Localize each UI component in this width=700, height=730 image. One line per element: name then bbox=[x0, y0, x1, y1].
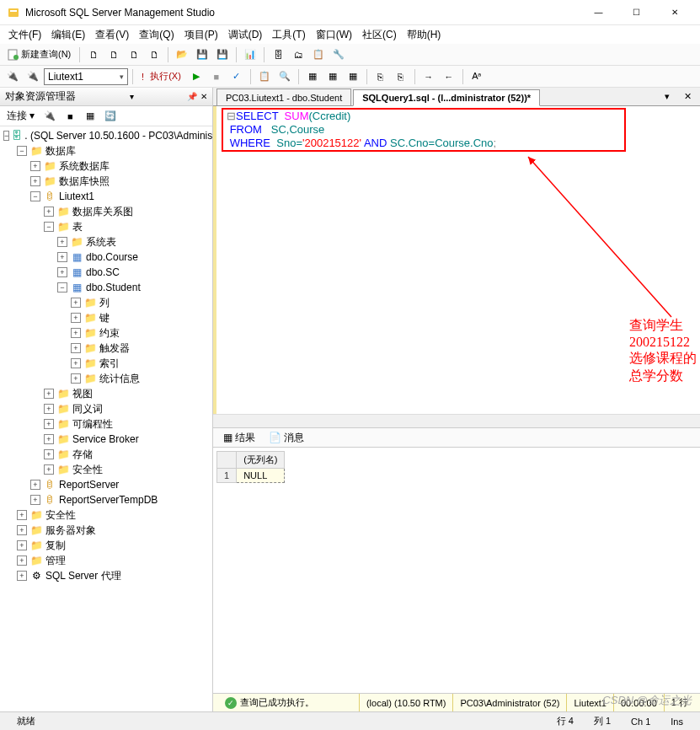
btn-db1[interactable]: 🗋 bbox=[84, 46, 103, 64]
tree-idx[interactable]: +📁索引 bbox=[0, 356, 212, 371]
tree-repl[interactable]: +📁复制 bbox=[0, 538, 212, 553]
results-grid[interactable]: (无列名) 1NULL bbox=[213, 448, 700, 693]
tab-sqlquery[interactable]: SQLQuery1.sql - (l...dministrator (52))* bbox=[353, 89, 540, 106]
tree-cols[interactable]: +📁列 bbox=[0, 295, 212, 310]
template-button[interactable]: 📋 bbox=[309, 46, 328, 64]
parse-button[interactable]: ✓ bbox=[227, 67, 246, 86]
tree-systables[interactable]: +📁系统表 bbox=[0, 234, 212, 250]
change-connection-button[interactable]: 🔌 bbox=[24, 67, 42, 86]
execute-button[interactable]: ! 执行(X) bbox=[137, 67, 185, 86]
object-explorer-button[interactable]: 🗂 bbox=[289, 46, 307, 64]
tree-prog[interactable]: +📁可编程性 bbox=[0, 416, 212, 432]
tree-label: 约束 bbox=[99, 326, 120, 341]
menu-help[interactable]: 帮助(H) bbox=[402, 26, 446, 44]
activity-button[interactable]: 📊 bbox=[241, 46, 259, 64]
object-tree[interactable]: −🗄. (SQL Server 10.50.1600 - PC03\Admini… bbox=[0, 126, 212, 711]
btn-db4[interactable]: 🗋 bbox=[145, 46, 163, 64]
tree-sc[interactable]: +▦dbo.SC bbox=[0, 265, 212, 280]
tree-dbsnap[interactable]: +📁数据库快照 bbox=[0, 174, 212, 189]
menu-window[interactable]: 窗口(W) bbox=[311, 26, 357, 44]
btn-db3[interactable]: 🗋 bbox=[125, 46, 143, 64]
tree-mgmt[interactable]: +📁管理 bbox=[0, 553, 212, 568]
intellisense-button[interactable]: 🔍 bbox=[275, 67, 294, 86]
tab-student[interactable]: PC03.Liutext1 - dbo.Student bbox=[216, 89, 351, 105]
btn-db2[interactable]: 🗋 bbox=[104, 46, 123, 64]
tree-syn[interactable]: +📁同义词 bbox=[0, 401, 212, 416]
tree-student[interactable]: −▦dbo.Student bbox=[0, 280, 212, 295]
filter-button[interactable]: ▦ bbox=[82, 108, 99, 125]
separator bbox=[462, 69, 463, 84]
saveall-button[interactable]: 💾 bbox=[213, 46, 232, 64]
autohide-button[interactable]: ▾ bbox=[130, 92, 134, 101]
tree-tables[interactable]: −📁表 bbox=[0, 219, 212, 234]
tree-topsec[interactable]: +📁安全性 bbox=[0, 507, 212, 523]
save-button[interactable]: 💾 bbox=[193, 46, 211, 64]
tree-databases[interactable]: −📁数据库 bbox=[0, 143, 212, 158]
menu-file[interactable]: 文件(F) bbox=[3, 26, 46, 44]
new-query-button[interactable]: 新建查询(N) bbox=[3, 46, 75, 64]
menu-edit[interactable]: 编辑(E) bbox=[46, 26, 90, 44]
stop-button[interactable]: ■ bbox=[61, 108, 78, 125]
editor-hscroll[interactable] bbox=[213, 414, 700, 427]
object-explorer-header: 对象资源管理器 ▾ 📌 ✕ bbox=[0, 88, 212, 106]
properties-button[interactable]: 🔧 bbox=[329, 46, 348, 64]
tree-sb[interactable]: +📁Service Broker bbox=[0, 432, 212, 447]
menu-tools[interactable]: 工具(T) bbox=[267, 26, 310, 44]
tree-rs[interactable]: +🛢ReportServer bbox=[0, 477, 212, 492]
results-grid-button[interactable]: ▦ bbox=[323, 67, 342, 86]
sql-token: WHERE bbox=[230, 137, 270, 149]
menu-view[interactable]: 查看(V) bbox=[90, 26, 134, 44]
tree-trig[interactable]: +📁触发器 bbox=[0, 341, 212, 356]
tree-sec[interactable]: +📁安全性 bbox=[0, 462, 212, 477]
tree-keys[interactable]: +📁键 bbox=[0, 310, 212, 325]
tree-course[interactable]: +▦dbo.Course bbox=[0, 250, 212, 265]
open-button[interactable]: 📂 bbox=[173, 46, 191, 64]
sql-editor[interactable]: ⊟SELECT SUM(Ccredit) FROM SC,Course WHER… bbox=[213, 106, 700, 414]
tree-views[interactable]: +📁视图 bbox=[0, 386, 212, 401]
database-combo[interactable]: Liutext1 bbox=[44, 68, 128, 85]
col-header[interactable]: (无列名) bbox=[237, 452, 285, 469]
indent-button[interactable]: → bbox=[419, 67, 438, 86]
separator bbox=[264, 47, 265, 62]
menu-community[interactable]: 社区(C) bbox=[357, 26, 402, 44]
disconnect-button[interactable]: 🔌 bbox=[41, 108, 58, 125]
maximize-button[interactable]: ☐ bbox=[617, 1, 655, 24]
registered-servers-button[interactable]: 🗄 bbox=[269, 46, 287, 64]
results-file-button[interactable]: ▦ bbox=[344, 67, 362, 86]
refresh-button[interactable]: 🔄 bbox=[102, 108, 119, 125]
comment-button[interactable]: ⎘ bbox=[371, 67, 390, 86]
uncomment-button[interactable]: ⎘ bbox=[392, 67, 410, 86]
tree-agent[interactable]: +⚙SQL Server 代理 bbox=[0, 568, 212, 583]
connect-button[interactable]: 连接 ▾ bbox=[3, 109, 38, 123]
tree-sysdb[interactable]: +📁系统数据库 bbox=[0, 158, 212, 174]
tree-server[interactable]: −🗄. (SQL Server 10.50.1600 - PC03\Admini… bbox=[0, 128, 212, 143]
cell-value[interactable]: NULL bbox=[237, 469, 285, 483]
folder-icon: 📁 bbox=[56, 463, 70, 476]
menu-debug[interactable]: 调试(D) bbox=[223, 26, 268, 44]
minimize-button[interactable]: — bbox=[580, 1, 617, 24]
tree-srvobj[interactable]: +📁服务器对象 bbox=[0, 523, 212, 538]
tree-stor[interactable]: +📁存储 bbox=[0, 447, 212, 462]
connection-button[interactable]: 🔌 bbox=[3, 67, 22, 86]
tree-cons[interactable]: +📁约束 bbox=[0, 325, 212, 341]
menu-project[interactable]: 项目(P) bbox=[179, 26, 223, 44]
messages-tab[interactable]: 📄消息 bbox=[264, 429, 309, 447]
close-button[interactable]: ✕ bbox=[655, 1, 693, 24]
results-tab[interactable]: ▦结果 bbox=[218, 429, 260, 447]
specify-values-button[interactable]: Aᵃ bbox=[468, 67, 486, 86]
menu-query[interactable]: 查询(Q) bbox=[134, 26, 179, 44]
stop-button[interactable]: ■ bbox=[207, 67, 226, 86]
row-number[interactable]: 1 bbox=[217, 469, 237, 483]
tree-dbrel[interactable]: +📁数据库关系图 bbox=[0, 204, 212, 219]
debug-button[interactable]: ▶ bbox=[187, 67, 206, 86]
tree-rst[interactable]: +🛢ReportServerTempDB bbox=[0, 492, 212, 507]
panel-close-button[interactable]: ✕ bbox=[200, 92, 207, 101]
outdent-button[interactable]: ← bbox=[440, 67, 458, 86]
tab-close-button[interactable]: ✕ bbox=[678, 87, 697, 105]
tree-liutext1[interactable]: −🛢Liutext1 bbox=[0, 189, 212, 204]
tab-dropdown-button[interactable]: ▾ bbox=[658, 87, 676, 105]
plan-button[interactable]: 📋 bbox=[255, 67, 274, 86]
pin-button[interactable]: 📌 bbox=[187, 92, 197, 101]
results-text-button[interactable]: ▦ bbox=[303, 67, 322, 86]
tree-stats[interactable]: +📁统计信息 bbox=[0, 371, 212, 386]
